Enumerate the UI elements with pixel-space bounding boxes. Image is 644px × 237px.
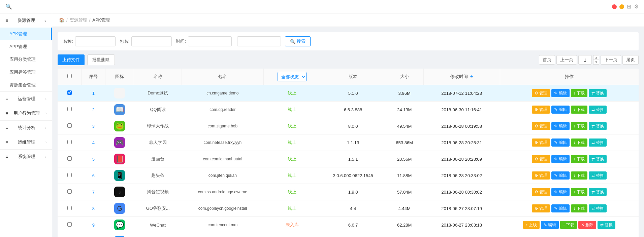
row-pkg-10: com.xunlei.downloadprovider: [182, 233, 263, 237]
sidebar-group-title-ops-mgr[interactable]: ≡ 运维管理 ›: [0, 135, 52, 149]
sidebar-group-title-resource[interactable]: ≡ 资源管理 ∨: [0, 13, 52, 28]
select-all-checkbox[interactable]: [67, 74, 72, 78]
table-row: 4 🎮 非人学园 com.netease.frxy.yyh 线上 1.1.13 …: [58, 134, 639, 151]
sidebar-group-title-system[interactable]: ≡ 系统管理 ›: [0, 150, 52, 164]
action-manage-btn-4[interactable]: ⚙ 管理: [532, 139, 550, 147]
row-select-2[interactable]: [67, 107, 72, 111]
row-version-10: 5.60.2.5510: [321, 233, 385, 237]
action-download-btn-1[interactable]: ↓ 下载: [571, 89, 587, 97]
action-manage-btn-1[interactable]: ⚙ 管理: [532, 89, 550, 97]
page-next-top[interactable]: 下一页: [601, 55, 621, 65]
home-icon[interactable]: 🏠: [59, 17, 64, 23]
row-select-8[interactable]: [67, 206, 72, 210]
page-first-top[interactable]: 首页: [539, 55, 555, 65]
sidebar-group-title-ops[interactable]: ≡ 运营管理 ›: [0, 92, 52, 106]
action-manage-btn-8[interactable]: ⚙ 管理: [532, 204, 550, 212]
filter-time-start[interactable]: [188, 36, 232, 46]
row-select-5[interactable]: [67, 156, 72, 161]
sidebar-item-aggregate[interactable]: 资源集合管理: [0, 79, 52, 91]
page-arrow-up-top[interactable]: ▲: [593, 55, 599, 60]
row-select-6[interactable]: [67, 173, 72, 177]
action-edit-btn-7[interactable]: ✎ 编辑: [551, 188, 569, 196]
row-select-3[interactable]: [67, 123, 72, 128]
action-manage-btn-2[interactable]: ⚙ 管理: [532, 106, 550, 114]
page-last-top[interactable]: 尾页: [622, 55, 639, 65]
action-replace-btn-6[interactable]: ⇄ 替换: [589, 171, 607, 180]
status-filter-select[interactable]: 全部状态 线上 未入库: [278, 72, 307, 81]
row-time-9: 2018-06-27 23:03:18: [423, 217, 500, 233]
row-select-9[interactable]: [67, 222, 72, 227]
action-edit-btn-3[interactable]: ✎ 编辑: [551, 122, 569, 130]
action-edit-btn-2[interactable]: ✎ 编辑: [551, 106, 569, 114]
action-edit-btn-5[interactable]: ✎ 编辑: [551, 155, 569, 163]
action-manage-btn-7[interactable]: ⚙ 管理: [532, 188, 550, 196]
filter-time-end[interactable]: [237, 36, 281, 46]
row-select-1[interactable]: [67, 90, 72, 95]
chevron-right-icon-ops: ›: [45, 97, 46, 101]
gear-icon[interactable]: ⚙: [634, 3, 639, 10]
batch-delete-button[interactable]: 批量删除: [87, 54, 115, 65]
row-pkg-9: com.tencent.mm: [182, 217, 263, 233]
action-replace-btn-5[interactable]: ⇄ 替换: [589, 155, 607, 163]
filter-name-input[interactable]: [75, 36, 116, 46]
action-delete-btn-9[interactable]: ✕ 删除: [578, 221, 596, 229]
th-status[interactable]: 全部状态 线上 未入库: [263, 69, 321, 85]
page-prev-top[interactable]: 上一页: [556, 55, 577, 65]
row-name-5: 漫画台: [134, 151, 182, 167]
page-current-top[interactable]: [578, 55, 592, 65]
search-button[interactable]: 🔍 搜索: [285, 36, 311, 46]
row-status-5: 线上: [263, 151, 321, 167]
action-replace-btn-8[interactable]: ⇄ 替换: [589, 204, 607, 212]
action-edit-btn-8[interactable]: ✎ 编辑: [551, 204, 569, 212]
action-download-btn-9[interactable]: ↓ 下载: [560, 221, 577, 229]
action-download-btn-5[interactable]: ↓ 下载: [571, 155, 587, 163]
row-seq-9: 9: [82, 217, 105, 233]
sidebar-item-category[interactable]: 应用分类管理: [0, 53, 52, 66]
row-size-9: 62.28M: [385, 217, 423, 233]
sidebar-items-resource: APK管理 APP管理 应用分类管理 应用标签管理 资源集合管理: [0, 28, 52, 91]
action-replace-btn-2[interactable]: ⇄ 替换: [589, 106, 607, 114]
upload-button[interactable]: 上传文件: [58, 54, 85, 65]
action-edit-btn-9[interactable]: ✎ 编辑: [541, 221, 559, 229]
row-version-9: 6.6.7: [321, 217, 385, 233]
sidebar-group-title-stats[interactable]: ≡ 统计分析 ›: [0, 121, 52, 135]
action-replace-btn-3[interactable]: ⇄ 替换: [589, 122, 607, 130]
grid-icon[interactable]: ⊞: [627, 3, 631, 10]
action-manage-btn-3[interactable]: ⚙ 管理: [532, 122, 550, 130]
th-pkg: 包名: [182, 69, 263, 85]
action-replace-btn-4[interactable]: ⇄ 替换: [589, 139, 607, 147]
breadcrumb: 🏠 / 资源管理 / APK管理: [52, 13, 644, 27]
action-download-btn-8[interactable]: ↓ 下载: [571, 204, 587, 212]
row-status-1: 线上: [263, 85, 321, 102]
chevron-right-icon-ops-mgr: ›: [45, 141, 46, 144]
sidebar-item-tag[interactable]: 应用标签管理: [0, 66, 52, 79]
action-replace-btn-9[interactable]: ⇄ 替换: [598, 221, 615, 229]
action-download-btn-4[interactable]: ↓ 下载: [571, 139, 587, 147]
row-status-9: 未入库: [263, 217, 321, 233]
filter-pkg-input[interactable]: [131, 36, 172, 46]
th-time[interactable]: 修改时间: [423, 69, 500, 85]
sidebar-group-title-user-behavior[interactable]: ≡ 用户行为管理 ›: [0, 106, 52, 120]
action-edit-btn-4[interactable]: ✎ 编辑: [551, 139, 569, 147]
row-select-7[interactable]: [67, 189, 72, 194]
sidebar-item-app[interactable]: APP管理: [0, 40, 52, 53]
toolbar: 上传文件 批量删除 首页 上一页 ▲ ▼ 下一页 尾页: [58, 54, 639, 65]
action-download-btn-2[interactable]: ↓ 下载: [571, 106, 587, 114]
sidebar-item-apk[interactable]: APK管理: [0, 28, 52, 40]
row-status-10: 线上: [263, 233, 321, 237]
action-download-btn-3[interactable]: ↓ 下载: [571, 122, 587, 130]
action-edit-btn-1[interactable]: ✎ 编辑: [551, 89, 569, 97]
action-download-btn-6[interactable]: ↓ 下载: [571, 171, 587, 180]
row-select-4[interactable]: [67, 140, 72, 144]
action-upload-btn-9[interactable]: ↑ 上线: [523, 221, 540, 229]
action-replace-btn-7[interactable]: ⇄ 替换: [589, 188, 607, 196]
search-icon[interactable]: 🔍: [5, 3, 12, 10]
action-edit-btn-6[interactable]: ✎ 编辑: [551, 171, 569, 180]
row-size-3: 49.54M: [385, 118, 423, 134]
page-arrow-down-top[interactable]: ▼: [593, 60, 599, 65]
action-manage-btn-5[interactable]: ⚙ 管理: [532, 155, 550, 163]
action-replace-btn-1[interactable]: ⇄ 替换: [589, 89, 607, 97]
action-download-btn-7[interactable]: ↓ 下载: [571, 188, 587, 196]
action-manage-btn-6[interactable]: ⚙ 管理: [532, 171, 550, 180]
table-body: 1 Demo测试 cn.cmgame.demo 线上 5.1.0 3.96M 2…: [58, 85, 639, 237]
